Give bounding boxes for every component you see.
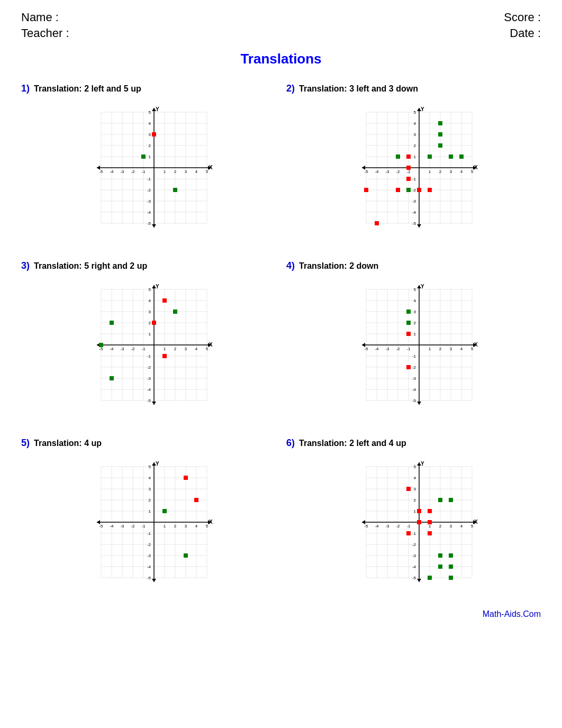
svg-text:-3: -3 xyxy=(147,199,151,204)
score-label: Score : xyxy=(504,11,541,24)
problem-number-5: 5) xyxy=(21,438,30,449)
svg-text:4: 4 xyxy=(148,476,151,480)
svg-text:-5: -5 xyxy=(147,398,151,403)
svg-rect-346 xyxy=(417,509,421,513)
svg-text:3: 3 xyxy=(184,524,187,529)
svg-text:-4: -4 xyxy=(375,347,379,351)
svg-rect-117 xyxy=(428,188,432,192)
svg-text:-1: -1 xyxy=(412,177,416,181)
svg-text:-4: -4 xyxy=(110,524,114,529)
svg-rect-350 xyxy=(406,531,411,535)
problem-3: 3)Translation: 5 right and 2 up-5-4-3-2-… xyxy=(21,260,276,416)
svg-text:-2: -2 xyxy=(412,365,416,370)
problem-number-6: 6) xyxy=(286,438,295,449)
svg-rect-118 xyxy=(364,188,368,192)
svg-text:-5: -5 xyxy=(364,524,368,529)
svg-rect-111 xyxy=(406,188,411,192)
svg-rect-349 xyxy=(428,520,432,524)
svg-text:5: 5 xyxy=(205,169,208,174)
svg-text:-1: -1 xyxy=(412,531,416,536)
svg-text:-5: -5 xyxy=(412,576,416,580)
svg-rect-105 xyxy=(438,132,442,136)
svg-text:-1: -1 xyxy=(141,169,146,174)
svg-text:5: 5 xyxy=(148,287,151,292)
svg-text:2: 2 xyxy=(148,498,151,503)
problem-5: 5)Translation: 4 up-5-4-3-2-112345-5-4-3… xyxy=(21,438,276,594)
svg-text:5: 5 xyxy=(413,287,416,292)
svg-text:-3: -3 xyxy=(412,553,416,558)
problem-desc-1: Translation: 2 left and 5 up xyxy=(34,84,141,94)
svg-rect-115 xyxy=(396,188,400,192)
svg-text:5: 5 xyxy=(470,347,473,351)
svg-text:5: 5 xyxy=(205,347,208,351)
graph-1: -5-4-3-2-112345-5-4-3-2-112345YX xyxy=(75,102,223,239)
svg-text:-5: -5 xyxy=(412,398,416,403)
svg-rect-114 xyxy=(406,177,411,181)
svg-text:-2: -2 xyxy=(396,169,400,174)
header: Name : Score : Teacher : Date : xyxy=(21,11,541,40)
svg-rect-231 xyxy=(406,365,411,369)
svg-rect-343 xyxy=(428,576,432,580)
svg-text:5: 5 xyxy=(413,110,416,115)
svg-rect-108 xyxy=(449,154,453,159)
svg-text:-4: -4 xyxy=(147,565,151,569)
svg-text:-3: -3 xyxy=(385,169,389,174)
svg-rect-285 xyxy=(194,498,198,502)
svg-text:Y: Y xyxy=(421,461,424,467)
svg-rect-284 xyxy=(184,476,188,480)
svg-text:5: 5 xyxy=(205,524,208,529)
svg-text:4: 4 xyxy=(413,121,416,126)
svg-text:5: 5 xyxy=(470,524,473,529)
svg-text:-2: -2 xyxy=(396,524,400,529)
svg-text:2: 2 xyxy=(148,143,151,148)
svg-rect-339 xyxy=(438,553,442,558)
svg-text:4: 4 xyxy=(460,524,463,529)
svg-rect-109 xyxy=(459,154,464,159)
svg-text:-5: -5 xyxy=(99,347,103,351)
svg-text:-1: -1 xyxy=(147,354,151,359)
svg-text:-4: -4 xyxy=(147,387,151,392)
svg-text:4: 4 xyxy=(195,524,197,529)
svg-text:-2: -2 xyxy=(412,542,416,547)
svg-text:4: 4 xyxy=(413,298,416,303)
svg-text:-4: -4 xyxy=(375,169,379,174)
svg-rect-106 xyxy=(438,143,442,148)
svg-rect-170 xyxy=(110,321,114,325)
svg-text:1: 1 xyxy=(163,169,166,174)
svg-rect-53 xyxy=(152,132,156,136)
svg-text:Y: Y xyxy=(156,106,159,112)
svg-text:3: 3 xyxy=(449,169,452,174)
problems-grid: 1)Translation: 2 left and 5 up-5-4-3-2-1… xyxy=(21,83,541,594)
svg-text:2: 2 xyxy=(148,321,151,325)
problem-desc-2: Translation: 3 left and 3 down xyxy=(299,84,418,94)
svg-rect-113 xyxy=(406,166,411,170)
svg-rect-52 xyxy=(173,188,177,192)
svg-text:X: X xyxy=(474,342,478,348)
svg-text:2: 2 xyxy=(439,524,441,529)
problem-1: 1)Translation: 2 left and 5 up-5-4-3-2-1… xyxy=(21,83,276,239)
problem-number-1: 1) xyxy=(21,83,30,94)
svg-text:2: 2 xyxy=(413,143,416,148)
problem-6: 6)Translation: 2 left and 4 up-5-4-3-2-1… xyxy=(286,438,541,594)
svg-text:4: 4 xyxy=(195,347,197,351)
svg-marker-81 xyxy=(417,224,421,228)
svg-text:4: 4 xyxy=(195,169,197,174)
svg-text:-3: -3 xyxy=(147,553,151,558)
svg-text:X: X xyxy=(474,519,478,525)
problem-number-4: 4) xyxy=(286,260,295,271)
svg-text:3: 3 xyxy=(184,169,187,174)
graph-4: -5-4-3-2-112345-5-4-3-2-112345YX xyxy=(340,279,488,416)
svg-text:-1: -1 xyxy=(147,177,151,181)
svg-text:-4: -4 xyxy=(110,347,114,351)
svg-text:-2: -2 xyxy=(147,188,151,193)
svg-text:-4: -4 xyxy=(147,210,151,215)
svg-text:3: 3 xyxy=(148,132,151,137)
svg-marker-259 xyxy=(152,579,156,582)
svg-marker-313 xyxy=(417,579,421,582)
svg-text:-3: -3 xyxy=(120,524,124,529)
svg-text:-2: -2 xyxy=(396,347,400,351)
teacher-label: Teacher : xyxy=(21,26,69,40)
svg-rect-283 xyxy=(184,553,188,558)
svg-text:-4: -4 xyxy=(110,169,114,174)
svg-text:-2: -2 xyxy=(131,347,135,351)
